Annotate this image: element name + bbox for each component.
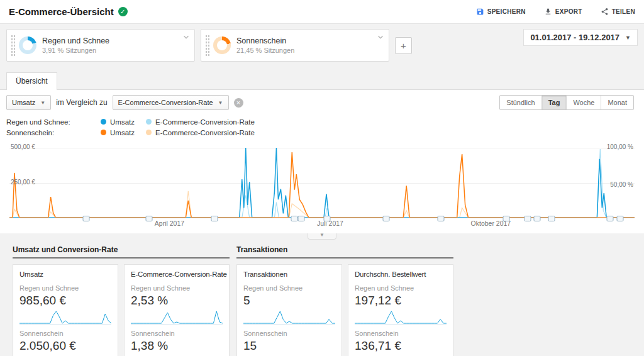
annotation-marker[interactable] [323, 216, 330, 221]
legend-row: Sonnenschein: Umsatz E-Commerce-Conversi… [6, 127, 638, 138]
metric-group-transaktionen: Transaktionen Transaktionen Regen und Sc… [236, 245, 453, 356]
segment-sessions: 21,45 % Sitzungen [236, 47, 294, 54]
compare-label: im Vergleich zu [56, 98, 107, 107]
chart-legend: Regen und Schnee: Umsatz E-Commerce-Conv… [0, 113, 644, 139]
scorecard-transaktionen: Transaktionen Regen und Schnee 5 Sonnens… [236, 264, 342, 356]
legend-item-label: Umsatz [110, 118, 135, 126]
card-segment-label: Sonnenschein [131, 330, 223, 337]
save-label: SPEICHERN [487, 8, 526, 15]
segment-donut-icon [213, 36, 231, 54]
header-bar: E-Commerce-Übersicht ✓ SPEICHERN EXPORT … [0, 0, 644, 24]
legend-segment-label: Regen und Schnee: [6, 118, 101, 126]
card-segment-label: Sonnenschein [355, 330, 447, 337]
legend-item: E-Commerce-Conversion-Rate [146, 118, 255, 126]
card-segment-label: Sonnenschein [243, 330, 335, 337]
share-icon [601, 8, 609, 16]
annotation-marker[interactable] [83, 216, 90, 221]
date-range-selector[interactable]: 01.01.2017 - 19.12.2017 ▼ [523, 29, 638, 46]
timeline-chart[interactable]: 500,00 € 250,00 € 100,00 % 50,00 % [9, 145, 635, 218]
scorecard-bestellwert: Durchschn. Bestellwert Regen und Schnee … [348, 264, 453, 356]
save-icon [476, 8, 484, 16]
scorecard-umsatz: Umsatz Regen und Schnee 985,60 € Sonnens… [13, 264, 118, 356]
legend-item-label: E-Commerce-Conversion-Rate [155, 118, 255, 126]
segment-name: Sonnenschein [236, 36, 294, 45]
annotation-marker[interactable] [548, 216, 555, 221]
sparkline-chart [243, 309, 335, 325]
metric-controls: Umsatz ▼ im Vergleich zu E-Commerce-Conv… [0, 90, 644, 113]
x-axis-labels: April 2017 Juli 2017 Oktober 2017 [9, 219, 635, 228]
card-value: 985,60 € [19, 294, 111, 308]
granularity-woche-button[interactable]: Woche [566, 96, 601, 109]
legend-item-label: E-Commerce-Conversion-Rate [155, 129, 255, 136]
sparkline-chart [355, 309, 447, 325]
granularity-switcher: Stündlich Tag Woche Monat [499, 95, 634, 110]
report-panel: Umsatz ▼ im Vergleich zu E-Commerce-Conv… [0, 89, 644, 233]
share-button[interactable]: TEILEN [601, 8, 635, 16]
x-axis-tick-label: April 2017 [155, 220, 184, 227]
card-title[interactable]: E-Commerce-Conversion-Rate [131, 270, 223, 278]
summary-section: Umsatz und Conversion-Rate Umsatz Regen … [0, 240, 644, 356]
card-value: 2.050,60 € [19, 339, 111, 353]
annotation-marker[interactable] [437, 216, 444, 221]
annotation-marker[interactable] [525, 216, 531, 221]
card-title[interactable]: Durchschn. Bestellwert [355, 270, 447, 278]
segment-drag-handle[interactable] [205, 35, 210, 56]
save-button[interactable]: SPEICHERN [476, 8, 526, 16]
series-dot-icon [101, 119, 106, 125]
annotation-marker[interactable] [211, 216, 218, 221]
segment-name: Regen und Schnee [42, 36, 109, 45]
y-axis-left-label: 500,00 € [11, 143, 35, 150]
date-range-label: 01.01.2017 - 19.12.2017 [530, 33, 619, 42]
annotation-marker[interactable] [607, 216, 614, 221]
primary-metric-label: Umsatz [12, 99, 35, 106]
timeline-chart-svg [9, 145, 635, 218]
card-segment-label: Regen und Schnee [355, 284, 447, 292]
export-icon [544, 8, 552, 16]
card-value: 5 [243, 294, 335, 308]
card-segment-label: Regen und Schnee [243, 284, 335, 292]
segment-card-regen-und-schnee[interactable]: Regen und Schnee 3,91 % Sitzungen [6, 29, 195, 62]
legend-item-label: Umsatz [110, 129, 135, 136]
export-button[interactable]: EXPORT [544, 8, 582, 16]
granularity-monat-button[interactable]: Monat [601, 96, 633, 109]
card-value: 197,12 € [355, 294, 447, 308]
group-title: Umsatz und Conversion-Rate [13, 245, 230, 259]
verified-check-icon: ✓ [118, 7, 128, 16]
annotation-marker[interactable] [145, 216, 152, 221]
remove-compare-icon[interactable]: × [234, 98, 243, 108]
legend-segment-label: Sonnenschein: [6, 129, 101, 136]
export-label: EXPORT [555, 8, 582, 15]
card-value: 136,71 € [355, 339, 447, 353]
segment-drag-handle[interactable] [11, 35, 16, 56]
segment-bar: Regen und Schnee 3,91 % Sitzungen Sonnen… [0, 24, 644, 67]
secondary-metric-label: E-Commerce-Conversion-Rate [118, 99, 213, 106]
series-dot-icon [146, 119, 152, 125]
primary-metric-select[interactable]: Umsatz ▼ [6, 95, 51, 110]
annotation-marker[interactable] [298, 216, 305, 221]
scorecard-conversion-rate: E-Commerce-Conversion-Rate Regen und Sch… [124, 264, 230, 356]
segment-card-sonnenschein[interactable]: Sonnenschein 21,45 % Sitzungen [201, 29, 389, 62]
annotation-marker[interactable] [291, 216, 298, 221]
chevron-down-icon[interactable] [376, 33, 385, 42]
card-value: 1,38 % [131, 339, 223, 353]
annotations-collapse-tab[interactable]: ▼ [308, 233, 336, 240]
series-dot-icon [101, 130, 106, 135]
chevron-down-icon[interactable] [182, 33, 191, 42]
annotation-marker[interactable] [533, 216, 540, 221]
y-axis-right-label: 50,00 % [610, 181, 633, 188]
annotation-marker[interactable] [617, 216, 624, 221]
add-segment-button[interactable]: + [395, 37, 412, 54]
tab-uebersicht[interactable]: Übersicht [6, 72, 57, 90]
share-label: TEILEN [612, 8, 635, 15]
card-title[interactable]: Umsatz [19, 270, 111, 278]
secondary-metric-select[interactable]: E-Commerce-Conversion-Rate ▼ [113, 95, 229, 110]
granularity-tag-button[interactable]: Tag [541, 96, 567, 109]
segment-sessions: 3,91 % Sitzungen [42, 47, 109, 54]
annotation-marker[interactable] [503, 216, 510, 221]
annotation-marker[interactable] [383, 216, 390, 221]
card-segment-label: Regen und Schnee [131, 284, 223, 292]
tabs-row: Übersicht [0, 67, 644, 89]
card-value: 15 [243, 339, 335, 353]
card-title[interactable]: Transaktionen [243, 270, 335, 278]
granularity-stuendlich-button[interactable]: Stündlich [500, 96, 541, 109]
